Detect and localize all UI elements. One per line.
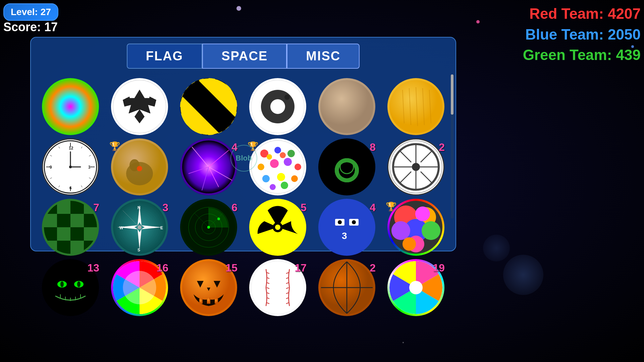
svg-point-148 [422,221,440,240]
list-item[interactable] [314,78,380,135]
list-item[interactable]: 6 [176,199,241,256]
dot-1 [236,6,241,11]
list-item[interactable] [107,78,172,135]
tab-misc[interactable]: MISC [287,44,360,69]
ball-number-checker: 7 [93,201,99,214]
ball-face: 3 [318,199,375,256]
ball-checker [42,199,99,256]
svg-text:3: 3 [342,231,347,241]
svg-text:W: W [119,226,123,230]
ball-number-face: 4 [370,201,376,214]
svg-rect-100 [44,241,57,254]
blue-team-score: Blue Team: 2050 [523,24,641,45]
ball-compass: N S W E [111,199,168,256]
svg-point-61 [287,150,295,157]
list-item[interactable]: 12 3 6 9 [38,138,103,195]
svg-rect-170 [215,299,218,304]
svg-rect-89 [57,200,70,214]
ball-tan [318,78,375,135]
list-item[interactable]: 17 [245,259,311,316]
svg-text:9: 9 [50,165,52,170]
list-item[interactable]: 3 4 [314,199,380,256]
ball-bee [180,78,237,135]
svg-point-135 [275,225,280,230]
bg-orb [503,255,543,295]
ball-corn [387,78,444,135]
red-team-score: Red Team: 4207 [523,3,641,24]
list-item[interactable]: 🏆 [383,199,449,256]
ball-clock: 12 3 6 9 [42,138,99,195]
ball-soccer [111,78,168,135]
dot-2 [476,20,480,23]
list-item[interactable]: 5 [245,199,311,256]
svg-rect-97 [57,227,70,241]
svg-point-131 [217,218,220,220]
score-display: Score: 17 [3,20,58,34]
list-item[interactable]: 13 [38,259,103,316]
list-item[interactable]: 2 [314,259,380,316]
svg-point-50 [137,166,142,171]
bg-orb-2 [483,235,510,261]
ball-number-cheshire: 13 [87,262,99,274]
list-item[interactable]: 🏆 [107,138,172,195]
svg-rect-102 [70,241,84,254]
svg-point-67 [277,173,285,181]
list-item[interactable] [245,78,311,135]
scrollbar-thumb[interactable] [451,74,453,115]
list-item[interactable]: N S W E 3 [107,199,172,256]
list-item[interactable]: 15 [176,259,241,316]
list-item[interactable] [38,78,103,135]
ball-8ball [249,78,306,135]
svg-point-147 [391,221,410,240]
ball-biohazard [318,138,375,195]
svg-point-65 [294,164,301,170]
svg-rect-99 [84,227,97,241]
svg-text:12: 12 [69,146,73,150]
svg-point-191 [409,281,423,294]
svg-text:E: E [160,226,163,230]
svg-rect-101 [57,241,70,254]
svg-rect-94 [70,214,84,227]
ball-number-plasma: 4 [231,141,237,154]
list-item[interactable]: 16 [107,259,172,316]
tab-space[interactable]: SPACE [202,44,287,69]
ball-number-rainbow: 16 [156,262,168,274]
dot-6 [402,342,404,343]
main-panel: FLAG SPACE MISC [30,37,456,251]
svg-point-62 [258,164,264,170]
list-item[interactable]: 8 [314,138,380,195]
svg-point-64 [284,158,292,166]
ball-number-wheel: 2 [439,141,445,154]
svg-point-132 [207,226,210,229]
list-item[interactable] [383,78,449,135]
list-item[interactable]: 7 [38,199,103,256]
ball-number-compass: 3 [162,201,168,214]
ball-grid: 12 3 6 9 [31,75,455,254]
ball-plasma [180,138,237,195]
svg-rect-95 [84,214,97,227]
list-item[interactable]: 2 [383,138,449,195]
svg-point-69 [270,184,276,190]
svg-point-73 [320,140,373,193]
svg-point-16 [284,95,290,100]
svg-point-70 [281,182,288,189]
svg-point-72 [280,152,286,158]
list-item[interactable] [176,78,241,135]
svg-point-68 [291,175,298,182]
list-item[interactable]: 🏆 [245,138,311,195]
svg-rect-92 [44,214,57,227]
level-badge: Level: 27 [3,3,58,21]
ball-number-beach: 19 [433,262,445,274]
green-team-score: Green Team: 439 [523,45,641,65]
score-text: Score: 17 [3,20,58,34]
list-item[interactable]: 19 [383,259,449,316]
svg-point-0 [42,107,99,135]
team-scores: Red Team: 4207 Blue Team: 2050 Green Tea… [523,3,641,65]
tab-flag[interactable]: FLAG [127,44,202,69]
svg-rect-98 [70,227,84,241]
ball-psychedelic [42,78,99,135]
svg-point-35 [69,166,72,168]
list-item[interactable]: 4 [176,138,241,195]
ball-radiation [249,199,306,256]
svg-point-140 [352,220,356,224]
